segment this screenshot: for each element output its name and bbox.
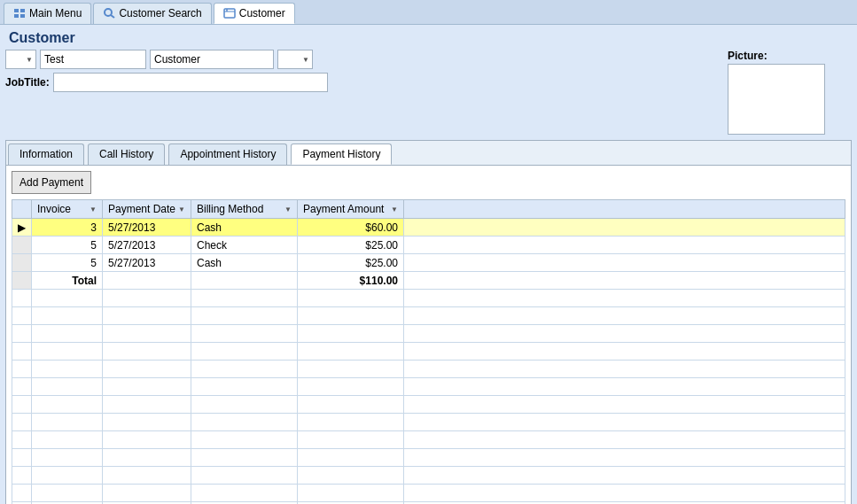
empty-row xyxy=(12,431,845,449)
search-icon xyxy=(103,8,115,19)
cell-extra xyxy=(404,219,845,236)
top-tab-bar: Main Menu Customer Search Customer xyxy=(0,0,857,25)
col-header-method[interactable]: Billing Method ▼ xyxy=(191,200,298,219)
empty-row xyxy=(12,361,845,378)
table-wrapper: Invoice ▼ Payment Date ▼ xyxy=(12,199,845,504)
date-sort-icon: ▼ xyxy=(178,205,185,213)
tab-appointment-history-label: Appointment History xyxy=(180,148,276,160)
empty-row xyxy=(12,325,845,343)
cell-invoice: 5 xyxy=(32,254,103,272)
svg-line-5 xyxy=(111,15,114,18)
inner-tabs: Information Call History Appointment His… xyxy=(6,141,851,166)
tab-information-label: Information xyxy=(19,148,73,160)
payment-table: Invoice ▼ Payment Date ▼ xyxy=(12,199,845,504)
picture-label: Picture: xyxy=(728,50,767,62)
cell-invoice: 3 xyxy=(32,219,103,236)
tab-customer-search-label: Customer Search xyxy=(119,7,201,19)
cell-amount: $25.00 xyxy=(298,254,404,272)
table-row[interactable]: ▶ 3 5/27/2013 Cash $60.00 xyxy=(12,219,845,236)
total-indicator xyxy=(12,272,32,290)
picture-area: Picture: xyxy=(728,50,852,135)
customer-title-row: Customer xyxy=(5,30,852,46)
tab-customer-search[interactable]: Customer Search xyxy=(93,3,211,24)
empty-row xyxy=(12,378,845,396)
svg-rect-0 xyxy=(14,9,19,12)
customer-title: Customer xyxy=(9,30,75,45)
total-amount: $110.00 xyxy=(298,272,404,290)
tab-payment-history-label: Payment History xyxy=(302,148,380,160)
tab-customer[interactable]: Customer xyxy=(214,3,295,24)
suffix-arrow-icon: ▼ xyxy=(302,56,309,64)
inner-tabs-container: Information Call History Appointment His… xyxy=(5,140,852,504)
tab-main-menu-label: Main Menu xyxy=(29,7,82,19)
cell-method: Cash xyxy=(191,254,298,272)
tab-call-history[interactable]: Call History xyxy=(88,143,165,165)
empty-row xyxy=(12,449,845,467)
prefix-arrow-icon: ▼ xyxy=(26,56,33,64)
cell-extra xyxy=(404,236,845,254)
cell-extra xyxy=(404,254,845,272)
col-header-invoice[interactable]: Invoice ▼ xyxy=(32,200,103,219)
col-header-date[interactable]: Payment Date ▼ xyxy=(103,200,191,219)
total-date xyxy=(103,272,191,290)
table-row[interactable]: 5 5/27/2013 Cash $25.00 xyxy=(12,254,845,272)
empty-row xyxy=(12,414,845,431)
suffix-dropdown[interactable]: ▼ xyxy=(277,50,313,69)
jobtitle-row: JobTitle: xyxy=(5,73,721,92)
empty-row xyxy=(12,396,845,414)
svg-point-4 xyxy=(105,9,112,16)
cell-method: Cash xyxy=(191,219,298,236)
col-method-label: Billing Method xyxy=(197,203,263,215)
add-payment-label: Add Payment xyxy=(19,176,83,189)
payment-history-content: Add Payment Invoice ▼ xyxy=(6,166,851,504)
svg-rect-3 xyxy=(20,14,25,18)
svg-rect-1 xyxy=(20,9,25,12)
empty-row xyxy=(12,485,845,502)
cell-amount: $60.00 xyxy=(298,219,404,236)
cell-invoice: 5 xyxy=(32,236,103,254)
svg-rect-2 xyxy=(14,14,19,18)
col-amount-label: Payment Amount xyxy=(303,203,384,215)
cell-date: 5/27/2013 xyxy=(103,236,191,254)
col-header-extra xyxy=(404,200,845,219)
svg-rect-6 xyxy=(224,9,235,18)
prefix-dropdown[interactable]: ▼ xyxy=(5,50,36,69)
total-method xyxy=(191,272,298,290)
tab-appointment-history[interactable]: Appointment History xyxy=(168,143,287,165)
jobtitle-label: JobTitle: xyxy=(5,76,50,89)
total-row: Total $110.00 xyxy=(12,272,845,290)
picture-box xyxy=(728,64,825,135)
row-indicator xyxy=(12,236,32,254)
total-extra xyxy=(404,272,845,290)
empty-row xyxy=(12,307,845,325)
grid-icon xyxy=(13,8,26,19)
empty-row xyxy=(12,467,845,485)
firstname-input[interactable] xyxy=(40,50,146,69)
customer-icon xyxy=(223,8,236,19)
tab-customer-label: Customer xyxy=(239,7,285,19)
tab-main-menu[interactable]: Main Menu xyxy=(4,3,91,24)
col-invoice-label: Invoice xyxy=(37,203,71,215)
row-indicator: ▶ xyxy=(12,219,32,236)
jobtitle-input[interactable] xyxy=(53,73,328,92)
empty-row xyxy=(12,290,845,307)
form-area: ▼ ▼ JobTitle: Picture: xyxy=(5,50,852,135)
cell-date: 5/27/2013 xyxy=(103,254,191,272)
col-header-amount[interactable]: Payment Amount ▼ xyxy=(298,200,404,219)
tab-payment-history[interactable]: Payment History xyxy=(291,143,392,165)
cell-amount: $25.00 xyxy=(298,236,404,254)
name-row: ▼ ▼ xyxy=(5,50,721,69)
method-sort-icon: ▼ xyxy=(284,205,292,213)
lastname-input[interactable] xyxy=(150,50,274,69)
tab-information[interactable]: Information xyxy=(8,143,84,165)
empty-row xyxy=(12,343,845,361)
form-left: ▼ ▼ JobTitle: xyxy=(5,50,721,135)
table-row[interactable]: 5 5/27/2013 Check $25.00 xyxy=(12,236,845,254)
row-indicator xyxy=(12,254,32,272)
main-content: Customer ▼ ▼ JobTitle: Pictu xyxy=(0,25,857,504)
amount-sort-icon: ▼ xyxy=(391,205,398,213)
col-date-label: Payment Date xyxy=(108,203,175,215)
invoice-sort-icon: ▼ xyxy=(90,205,97,213)
add-payment-button[interactable]: Add Payment xyxy=(12,171,91,194)
cell-method: Check xyxy=(191,236,298,254)
